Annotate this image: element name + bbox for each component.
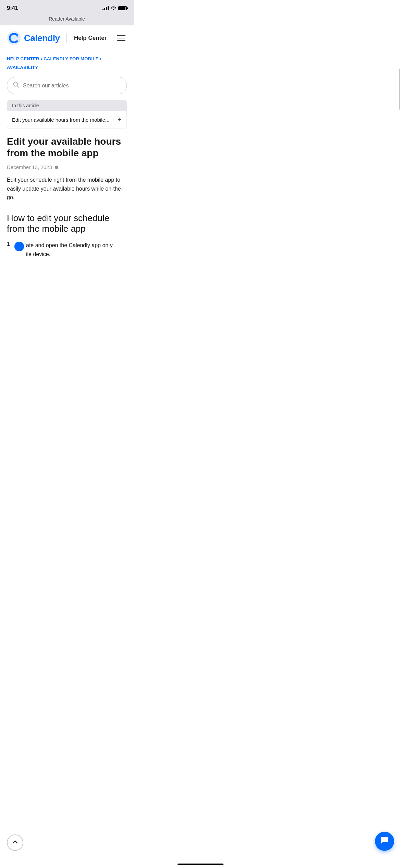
article-intro: Edit your schedule right from the mobile… bbox=[7, 176, 127, 202]
status-time: 9:41 bbox=[7, 5, 18, 12]
search-input[interactable] bbox=[23, 83, 121, 89]
date-text: December 13, 2023 bbox=[7, 164, 52, 170]
reader-available-text: Reader Available bbox=[49, 16, 85, 22]
breadcrumb-chevron-2: › bbox=[100, 56, 101, 61]
help-center-label: Help Center bbox=[74, 35, 107, 41]
toc-expand-icon[interactable]: + bbox=[118, 116, 122, 124]
site-header: Calendly Help Center bbox=[0, 25, 134, 51]
hamburger-line-2 bbox=[117, 38, 125, 39]
breadcrumb-help-center[interactable]: HELP CENTER bbox=[7, 56, 39, 61]
article-title: Edit your available hours from the mobil… bbox=[7, 136, 127, 159]
step-1-text: ate and open the Calendly app on y ile d… bbox=[26, 241, 113, 258]
wifi-icon bbox=[111, 5, 116, 11]
step-1-content: 1 ate and open the Calendly app on y ile… bbox=[7, 241, 113, 258]
search-icon bbox=[13, 81, 20, 90]
reader-banner: Reader Available bbox=[0, 14, 134, 25]
battery-icon bbox=[118, 6, 127, 10]
breadcrumb-calendly-mobile[interactable]: CALENDLY FOR MOBILE bbox=[44, 56, 98, 61]
status-icons bbox=[102, 5, 127, 11]
breadcrumb-chevron-1: › bbox=[41, 56, 42, 61]
search-bar[interactable] bbox=[7, 77, 127, 94]
logo-container: Calendly Help Center bbox=[7, 31, 107, 45]
step-number-1: 1 bbox=[7, 241, 12, 247]
signal-bars-icon bbox=[102, 6, 109, 10]
breadcrumb-current: AVAILABILITY bbox=[7, 63, 127, 70]
section-title: How to edit your schedule from the mobil… bbox=[7, 213, 127, 234]
search-container bbox=[7, 77, 127, 94]
hamburger-menu-button[interactable] bbox=[116, 34, 127, 43]
breadcrumb: HELP CENTER › CALENDLY FOR MOBILE › AVAI… bbox=[7, 51, 127, 71]
toc-item[interactable]: Edit your available hours from the mobil… bbox=[7, 111, 126, 129]
hamburger-line-3 bbox=[117, 40, 125, 41]
calendly-logo-icon bbox=[7, 31, 21, 45]
step-icon-circle bbox=[14, 242, 24, 251]
toc-item-text: Edit your available hours from the mobil… bbox=[12, 117, 109, 123]
date-dot bbox=[55, 166, 58, 169]
svg-line-2 bbox=[17, 86, 19, 87]
logo-divider bbox=[66, 33, 67, 43]
toc-container: In this article Edit your available hour… bbox=[7, 100, 127, 129]
article-date: December 13, 2023 bbox=[7, 164, 127, 170]
step-1: 1 ate and open the Calendly app on y ile… bbox=[7, 241, 127, 258]
main-content: HELP CENTER › CALENDLY FOR MOBILE › AVAI… bbox=[0, 51, 134, 259]
status-bar: 9:41 bbox=[0, 0, 134, 14]
logo-text: Calendly bbox=[24, 33, 60, 44]
hamburger-line-1 bbox=[117, 35, 125, 36]
toc-header: In this article bbox=[7, 100, 126, 111]
calendly-logo[interactable]: Calendly bbox=[7, 31, 60, 45]
